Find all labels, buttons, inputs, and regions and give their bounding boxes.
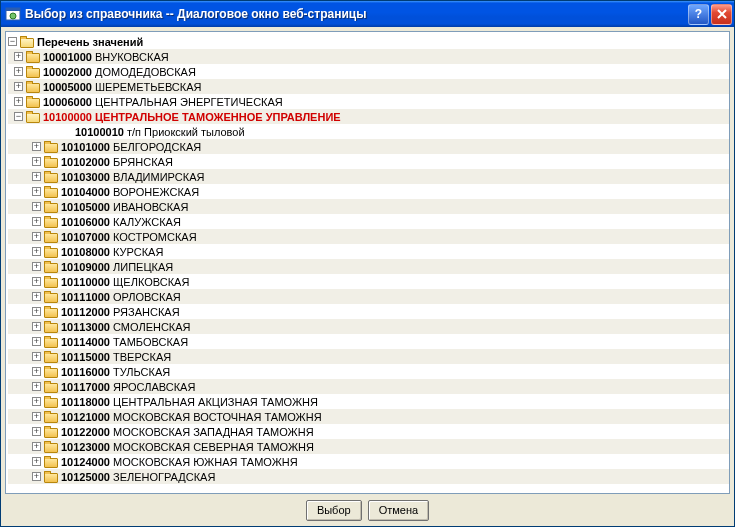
tree-item-label: 10110000 ЩЕЛКОВСКАЯ [61,276,189,288]
folder-icon [44,276,58,288]
tree-item-label: 10114000 ТАМБОВСКАЯ [61,336,188,348]
folder-icon [26,96,40,108]
expand-icon[interactable]: + [32,307,41,316]
expand-icon[interactable]: + [32,157,41,166]
tree-item[interactable]: +10104000 ВОРОНЕЖСКАЯ [8,184,729,199]
expand-icon[interactable]: + [14,97,23,106]
tree-item[interactable]: +10125000 ЗЕЛЕНОГРАДСКАЯ [8,469,729,484]
svg-rect-1 [6,8,20,11]
folder-icon [20,36,34,48]
tree-item-selected[interactable]: −10100000 ЦЕНТРАЛЬНОЕ ТАМОЖЕННОЕ УПРАВЛЕ… [8,109,729,124]
expand-icon[interactable]: + [32,217,41,226]
tree-item[interactable]: +10006000 ЦЕНТРАЛЬНАЯ ЭНЕРГЕТИЧЕСКАЯ [8,94,729,109]
tree-item-label: 10111000 ОРЛОВСКАЯ [61,291,181,303]
folder-icon [44,381,58,393]
folder-icon [44,246,58,258]
expand-icon[interactable]: + [32,352,41,361]
expand-icon[interactable]: + [32,142,41,151]
expand-icon[interactable]: + [32,457,41,466]
tree-item-label: 10005000 ШЕРЕМЕТЬЕВСКАЯ [43,81,201,93]
tree-item[interactable]: +10113000 СМОЛЕНСКАЯ [8,319,729,334]
tree-leaf[interactable]: 10100010 т/п Приокский тыловой [8,124,729,139]
tree-item[interactable]: +10114000 ТАМБОВСКАЯ [8,334,729,349]
expand-icon[interactable]: + [14,82,23,91]
dialog-window: Выбор из справочника -- Диалоговое окно … [0,0,735,527]
titlebar[interactable]: Выбор из справочника -- Диалоговое окно … [1,1,734,27]
expand-icon[interactable]: + [14,52,23,61]
help-button[interactable]: ? [688,4,709,25]
tree-item[interactable]: +10118000 ЦЕНТРАЛЬНАЯ АКЦИЗНАЯ ТАМОЖНЯ [8,394,729,409]
content-area: −Перечень значений+10001000 ВНУКОВСКАЯ+1… [1,27,734,526]
tree-item[interactable]: +10117000 ЯРОСЛАВСКАЯ [8,379,729,394]
expand-icon[interactable]: + [32,322,41,331]
tree-item-label: 10121000 МОСКОВСКАЯ ВОСТОЧНАЯ ТАМОЖНЯ [61,411,322,423]
expand-icon[interactable]: + [32,262,41,271]
cancel-button[interactable]: Отмена [368,500,429,521]
expand-icon[interactable]: + [32,442,41,451]
folder-icon [26,81,40,93]
tree-item[interactable]: +10106000 КАЛУЖСКАЯ [8,214,729,229]
tree-root[interactable]: −Перечень значений [8,34,729,49]
tree-item-label: 10115000 ТВЕРСКАЯ [61,351,171,363]
tree-item-label: 10107000 КОСТРОМСКАЯ [61,231,197,243]
expand-icon[interactable]: + [32,382,41,391]
folder-icon [26,111,40,123]
expand-icon[interactable]: + [32,337,41,346]
tree-item[interactable]: +10115000 ТВЕРСКАЯ [8,349,729,364]
tree-item[interactable]: +10105000 ИВАНОВСКАЯ [8,199,729,214]
tree-item[interactable]: +10101000 БЕЛГОРОДСКАЯ [8,139,729,154]
close-button[interactable] [711,4,732,25]
collapse-icon[interactable]: − [8,37,17,46]
expand-icon[interactable]: + [32,472,41,481]
select-button[interactable]: Выбор [306,500,362,521]
tree-item[interactable]: +10112000 РЯЗАНСКАЯ [8,304,729,319]
tree-item[interactable]: +10005000 ШЕРЕМЕТЬЕВСКАЯ [8,79,729,94]
expand-icon[interactable]: + [32,232,41,241]
tree-item[interactable]: +10102000 БРЯНСКАЯ [8,154,729,169]
folder-icon [44,171,58,183]
expand-icon[interactable]: + [32,427,41,436]
expand-icon[interactable]: + [14,67,23,76]
expand-icon[interactable]: + [32,172,41,181]
tree-item-label: 10106000 КАЛУЖСКАЯ [61,216,181,228]
tree-item[interactable]: +10108000 КУРСКАЯ [8,244,729,259]
folder-icon [44,141,58,153]
tree-item[interactable]: +10111000 ОРЛОВСКАЯ [8,289,729,304]
expand-icon[interactable]: + [32,397,41,406]
tree-item-label: 10112000 РЯЗАНСКАЯ [61,306,180,318]
tree-item[interactable]: +10110000 ЩЕЛКОВСКАЯ [8,274,729,289]
expand-icon[interactable]: + [32,367,41,376]
tree-item[interactable]: +10109000 ЛИПЕЦКАЯ [8,259,729,274]
folder-icon [44,426,58,438]
folder-icon [44,441,58,453]
collapse-icon[interactable]: − [14,112,23,121]
tree-item-label: 10113000 СМОЛЕНСКАЯ [61,321,191,333]
window-title: Выбор из справочника -- Диалоговое окно … [25,7,686,21]
tree-item[interactable]: +10123000 МОСКОВСКАЯ СЕВЕРНАЯ ТАМОЖНЯ [8,439,729,454]
tree-item-label: 10002000 ДОМОДЕДОВСКАЯ [43,66,196,78]
tree-item-label: 10122000 МОСКОВСКАЯ ЗАПАДНАЯ ТАМОЖНЯ [61,426,314,438]
expand-icon[interactable]: + [32,412,41,421]
folder-icon [26,51,40,63]
tree-item-label: 10102000 БРЯНСКАЯ [61,156,173,168]
tree-item-label: 10104000 ВОРОНЕЖСКАЯ [61,186,199,198]
tree-item[interactable]: +10103000 ВЛАДИМИРСКАЯ [8,169,729,184]
tree-item[interactable]: +10121000 МОСКОВСКАЯ ВОСТОЧНАЯ ТАМОЖНЯ [8,409,729,424]
expand-icon[interactable]: + [32,247,41,256]
folder-icon [44,216,58,228]
folder-icon [44,186,58,198]
folder-icon [44,471,58,483]
expand-icon[interactable]: + [32,187,41,196]
tree-item[interactable]: +10124000 МОСКОВСКАЯ ЮЖНАЯ ТАМОЖНЯ [8,454,729,469]
folder-icon [44,156,58,168]
tree-item[interactable]: +10001000 ВНУКОВСКАЯ [8,49,729,64]
tree-item[interactable]: +10002000 ДОМОДЕДОВСКАЯ [8,64,729,79]
expand-icon[interactable]: + [32,277,41,286]
expand-icon[interactable]: + [32,292,41,301]
tree-view[interactable]: −Перечень значений+10001000 ВНУКОВСКАЯ+1… [5,31,730,494]
folder-icon [44,291,58,303]
tree-item[interactable]: +10107000 КОСТРОМСКАЯ [8,229,729,244]
expand-icon[interactable]: + [32,202,41,211]
tree-item[interactable]: +10122000 МОСКОВСКАЯ ЗАПАДНАЯ ТАМОЖНЯ [8,424,729,439]
tree-item[interactable]: +10116000 ТУЛЬСКАЯ [8,364,729,379]
